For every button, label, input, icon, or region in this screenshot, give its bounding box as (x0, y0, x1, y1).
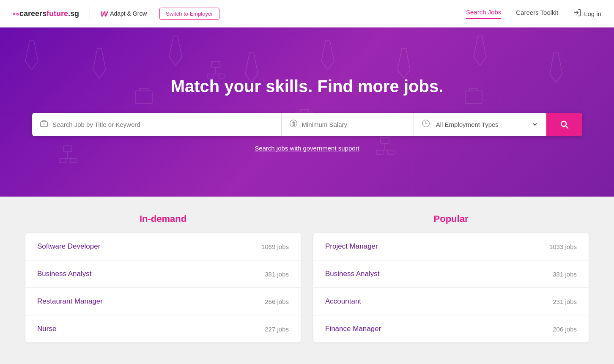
svg-rect-18 (465, 91, 482, 104)
job-count: 227 jobs (265, 326, 289, 333)
job-count: 381 jobs (265, 271, 289, 278)
job-name: Software Developer (37, 242, 100, 251)
categories-grid: In-demand Software Developer 1069 jobs B… (25, 213, 589, 342)
job-name: Business Analyst (37, 270, 92, 278)
hero-title: Match your skills. Find more jobs. (171, 77, 444, 96)
job-count: 266 jobs (265, 298, 289, 305)
search-icon (559, 119, 569, 129)
keyword-field (32, 113, 282, 136)
job-name: Business Analyst (325, 270, 380, 278)
dollar-icon (289, 119, 298, 130)
svg-rect-13 (387, 150, 394, 154)
table-row[interactable]: Business Analyst 381 jobs (25, 260, 301, 288)
job-count: 1069 jobs (261, 243, 289, 250)
logo-divider (90, 6, 90, 21)
job-count: 381 jobs (553, 271, 577, 278)
clock-icon (422, 119, 430, 130)
employment-type-field: All Employment Types Full Time Part Time… (414, 113, 546, 136)
table-row[interactable]: Accountant 231 jobs (313, 288, 589, 315)
mcf-logo: mycareersfuture.sg (13, 9, 79, 18)
svg-rect-12 (376, 150, 383, 154)
svg-rect-11 (381, 137, 389, 143)
search-bar: All Employment Types Full Time Part Time… (32, 113, 582, 136)
briefcase-icon (40, 119, 48, 130)
job-name: Accountant (325, 297, 361, 306)
navbar-right: Search Jobs Careers Toolkit Log in (466, 8, 601, 19)
table-row[interactable]: Restaurant Manager 266 jobs (25, 288, 301, 315)
job-name: Nurse (37, 325, 56, 333)
table-row[interactable]: Finance Manager 206 jobs (313, 315, 589, 342)
hero-background-svg (0, 27, 614, 197)
popular-title: Popular (313, 213, 589, 224)
salary-field (282, 113, 414, 136)
job-count: 231 jobs (553, 298, 577, 305)
adapt-label: Adapt & Grow (110, 10, 147, 17)
table-row[interactable]: Nurse 227 jobs (25, 315, 301, 342)
keyword-input[interactable] (52, 113, 274, 136)
salary-input[interactable] (302, 113, 406, 136)
categories-section: In-demand Software Developer 1069 jobs B… (0, 197, 614, 359)
login-icon (573, 8, 581, 19)
navbar: mycareersfuture.sg w Adapt & Grow Switch… (0, 0, 614, 27)
job-count: 1033 jobs (549, 243, 577, 250)
switch-employer-button[interactable]: Switch to Employer (159, 8, 219, 20)
job-name: Project Manager (325, 242, 378, 251)
svg-rect-6 (211, 61, 220, 67)
logo-group: mycareersfuture.sg w Adapt & Grow Switch… (13, 6, 219, 21)
hero-section: Match your skills. Find more jobs. (0, 27, 614, 197)
table-row[interactable]: Project Manager 1033 jobs (313, 233, 589, 260)
logo-careers: careers (19, 9, 47, 18)
popular-job-list: Project Manager 1033 jobs Business Analy… (313, 233, 589, 342)
svg-rect-2 (59, 159, 66, 163)
nav-careers-toolkit[interactable]: Careers Toolkit (516, 9, 558, 18)
in-demand-column: In-demand Software Developer 1069 jobs B… (25, 213, 301, 342)
gov-support-link[interactable]: Search jobs with government support (255, 145, 359, 152)
logo-my: my (13, 11, 19, 16)
svg-rect-3 (70, 159, 77, 163)
logo-future: future (47, 9, 68, 18)
job-name: Restaurant Manager (37, 297, 103, 306)
login-label: Log in (584, 10, 601, 17)
login-button[interactable]: Log in (573, 8, 601, 19)
table-row[interactable]: Software Developer 1069 jobs (25, 233, 301, 260)
svg-rect-16 (135, 91, 152, 104)
w-icon: w (101, 8, 108, 19)
employment-type-select[interactable]: All Employment Types Full Time Part Time… (434, 113, 538, 136)
svg-rect-1 (63, 146, 72, 152)
search-button[interactable] (546, 113, 582, 136)
nav-search-jobs[interactable]: Search Jobs (466, 8, 501, 19)
job-name: Finance Manager (325, 325, 381, 333)
in-demand-job-list: Software Developer 1069 jobs Business An… (25, 233, 301, 342)
logo-sg: .sg (68, 9, 79, 18)
adapt-grow-logo: w Adapt & Grow (101, 8, 147, 19)
table-row[interactable]: Business Analyst 381 jobs (313, 260, 589, 288)
job-count: 206 jobs (553, 326, 577, 333)
popular-column: Popular Project Manager 1033 jobs Busine… (313, 213, 589, 342)
in-demand-title: In-demand (25, 213, 301, 224)
